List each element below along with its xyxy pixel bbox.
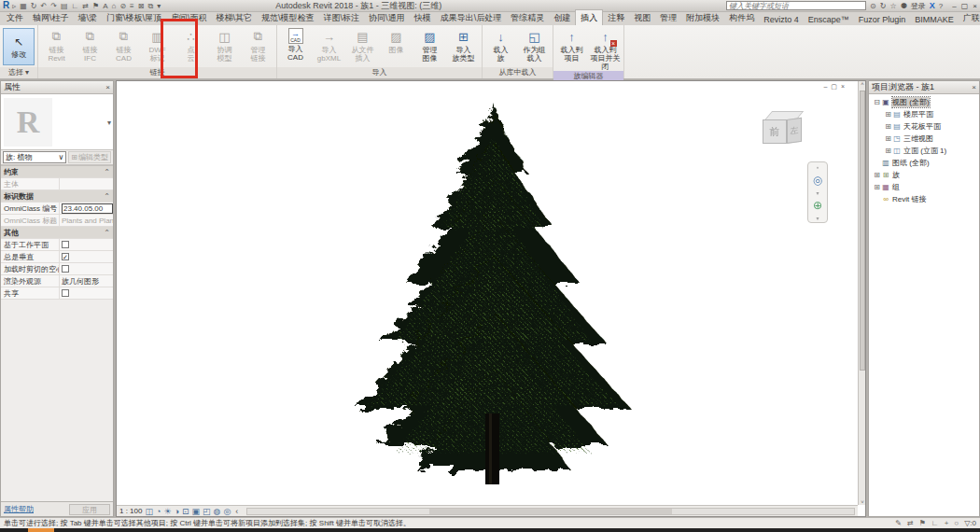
ribbon-tab[interactable]: 门窗\楼板\屋顶 [102,10,166,25]
ribbon-tab[interactable]: 详图\标注 [319,10,365,25]
browser-3d-views[interactable]: ⊞ 三维视图 [869,133,979,145]
browser-ceiling-plans[interactable]: ⊞ 天花板平面 [869,120,979,133]
ribbon-tab[interactable]: 创建 [549,10,575,25]
visual-style-icon[interactable]: ◔ [156,507,161,516]
expander-icon[interactable]: ⊞ [884,122,892,131]
browser-revit-links[interactable]: Revit 链接 [869,193,979,205]
ribbon-tab[interactable]: 墙\梁 [74,10,103,25]
parameter-row[interactable]: OmniClass 编号 23.40.05.00 [1,203,113,215]
checkbox[interactable] [62,241,69,248]
checkbox[interactable] [62,265,69,273]
project-browser-close-icon[interactable]: × [972,83,976,91]
horizontal-scrollbar[interactable] [246,508,855,515]
parameter-row[interactable]: 主体 [1,178,113,190]
link-ifc-button[interactable]: ⧉ 链接 IFC [74,27,106,63]
browser-groups[interactable]: ⊞ 组 [869,181,979,193]
temporary-hide-icon[interactable]: ◍ [214,507,221,516]
browser-views-root[interactable]: ⊟ 视图 (全部) [869,96,979,108]
viewcube[interactable]: 前 左 [763,111,805,150]
vscroll-thumb[interactable] [860,91,865,371]
viewcube-front-face[interactable]: 前 [763,119,787,144]
reveal-hidden-icon[interactable]: ◎ [223,507,231,516]
sun-path-icon[interactable]: ☀ [163,507,171,516]
navbar-options-icon[interactable]: ⚬ [815,164,819,171]
background-process-icon[interactable]: ○ [954,519,959,527]
parameter-row[interactable]: 约束 [1,166,113,178]
ribbon-tab[interactable]: 管综精灵 [506,10,549,25]
dwf-markup-button[interactable]: ▥ DWF 标记 [141,27,174,63]
exclude-options-icon[interactable]: ∟ [931,519,939,527]
browser-elevations[interactable]: ⊞ 立面 (立面 1) [869,145,979,157]
load-into-project-button[interactable]: ↑ 载入到 项目 [555,27,588,63]
view-window[interactable]: –▢× 前 左 ⚬ ◎ ▾ ⊕ ▾ [117,81,858,505]
ribbon-tab[interactable]: 附加模块 [681,10,724,25]
zoom-region-icon[interactable]: ⊕ [813,199,822,212]
modify-button[interactable]: ↖ 修改 [3,28,35,65]
view-minimize-button[interactable]: – [823,83,827,91]
worksharing-icon[interactable]: ✎ [895,519,902,527]
ribbon-tab[interactable]: Revizto 4 [759,13,804,25]
checkbox[interactable] [62,289,69,297]
crop-view-icon[interactable]: ▣ [191,507,200,516]
parameter-row[interactable]: 加载时剪切的空心 [1,263,113,275]
view-close-button[interactable]: × [841,83,845,91]
collapse-icon[interactable]: ‹ [235,507,238,516]
browser-sheets[interactable]: 图纸 (全部) [869,157,979,169]
parameter-row[interactable]: 基于工作平面 [1,239,113,251]
ribbon-tab[interactable]: 成果导出\后处理 [436,10,507,25]
ribbon-tab[interactable]: 构件坞 [724,10,759,25]
insert-from-file-button[interactable]: ▤ 从文件 插入 [346,27,379,63]
properties-close-icon[interactable]: × [105,83,110,91]
ribbon-tab[interactable]: 房间\面积 [166,10,212,25]
parameter-row[interactable]: 渲染外观源 族几何图形 [1,275,113,287]
ribbon-tab[interactable]: 广联达BIM算量 [959,10,980,25]
family-type-combo[interactable]: 族: 植物 ∨ [3,151,66,163]
coordination-model-button[interactable]: ◫ 协调 模型 [208,27,241,63]
ribbon-tab[interactable]: 楼梯\其它 [212,10,258,25]
ribbon-tab[interactable]: 快模 [410,10,436,25]
steering-wheel-icon[interactable]: ◎ [813,174,822,187]
import-family-types-button[interactable]: ⊞ 导入 族类型 [447,27,480,63]
ribbon-tab[interactable]: 注释 [603,10,629,25]
detail-level-icon[interactable]: ◫ [145,507,153,516]
view-restore-button[interactable]: ▢ [831,83,837,91]
design-options-icon[interactable]: ⚑ [919,519,926,527]
scale-button[interactable]: 1 : 100 [119,507,142,515]
expander-icon[interactable]: ⊞ [873,171,881,179]
vertical-scrollbar[interactable]: ˄ ˅ [858,81,865,505]
load-as-group-button[interactable]: ◱ 作为组 载入 [518,27,551,63]
image-button[interactable]: ▨ 图像 [380,27,413,54]
ribbon-tab[interactable]: 规范\模型检查 [257,10,319,25]
editable-only-icon[interactable]: ⇄ [907,519,914,527]
ribbon-tab[interactable]: Enscape™ [804,13,854,25]
ribbon-tab[interactable]: 插入 [575,9,603,25]
rendering-dialog-icon[interactable]: ⊡ [182,507,189,516]
shadows-icon[interactable]: ◑ [175,507,179,516]
manage-images-button[interactable]: ▨ 管理 图像 [413,27,446,63]
ribbon-tab[interactable]: 轴网\柱子 [28,10,74,25]
expander-icon[interactable]: ⊞ [873,183,881,191]
hscroll-thumb[interactable] [429,509,672,514]
drawing-area[interactable]: –▢× 前 左 ⚬ ◎ ▾ ⊕ ▾ [116,80,866,517]
browser-families[interactable]: ⊞ 族 [869,169,979,181]
crop-region-icon[interactable]: ◰ [203,507,211,516]
import-gbxml-button[interactable]: → 导入 gbXML [313,27,345,63]
expander-icon[interactable]: ⊞ [884,110,892,119]
parameter-row[interactable]: OmniClass 标题 Plants and Planti... [1,215,113,227]
load-into-project-close-button[interactable]: ↑ 载入到 项目并关闭 [589,27,622,71]
parameter-row[interactable]: 共享 [1,287,113,300]
checkbox[interactable] [62,253,69,260]
scroll-down-icon[interactable]: ˅ [859,499,866,505]
apply-button[interactable]: 应用 [69,504,110,515]
ribbon-tab[interactable]: 管理 [655,10,681,25]
ribbon-tab[interactable]: 文件 [2,10,28,25]
manage-links-button[interactable]: ⧉ 管理 链接 [242,27,274,63]
point-cloud-button[interactable]: ∴ 点 云 [175,27,207,63]
edit-type-button[interactable]: ⊞ 编辑类型 [68,151,111,163]
parameter-row[interactable]: 其他 [1,227,113,239]
viewcube-right-face[interactable]: 左 [787,118,802,144]
ribbon-tab[interactable]: BIMMAKE [910,13,959,25]
import-cad-button[interactable]: → 导入 CAD [279,27,312,62]
properties-help-link[interactable]: 属性帮助 [4,504,34,514]
filter-icon[interactable]: ▽:0 [964,519,976,527]
